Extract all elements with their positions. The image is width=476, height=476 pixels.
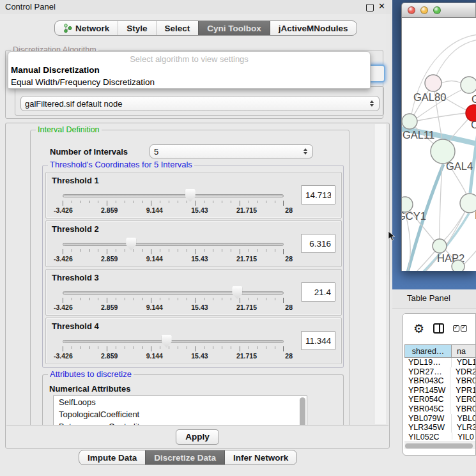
table-row[interactable]: YDR27…YDR2 <box>404 367 476 377</box>
network-node[interactable] <box>460 194 476 213</box>
tab-impute-data[interactable]: Impute Data <box>79 450 145 464</box>
table-row[interactable]: YDL19…YDL1 <box>404 358 476 367</box>
threshold-label: Threshold 3 <box>52 273 99 282</box>
table-row[interactable]: YIL052CYIL0 <box>404 433 476 440</box>
network-edge[interactable] <box>402 251 435 271</box>
slider-thumb[interactable] <box>185 189 196 202</box>
network-edge[interactable] <box>464 248 476 265</box>
apply-button[interactable]: Apply <box>176 429 219 445</box>
control-panel-titlebar[interactable]: Control Panel ✕ <box>0 0 391 14</box>
mac-minimize-button[interactable] <box>420 6 428 14</box>
table-hscrollbar-thumb[interactable] <box>405 443 473 449</box>
tab-style[interactable]: Style <box>118 21 155 35</box>
popup-hint: Select algorithm to view settings <box>8 54 370 64</box>
group-title: Attributes to discretize <box>48 370 134 379</box>
threshold-panel-2: Threshold 2 -3.4262.8599.14415.4321.7152… <box>45 220 342 267</box>
node-label: GA <box>472 93 476 105</box>
settings-scrollview: Interval Definition Number of Intervals … <box>6 123 374 425</box>
attribute-item[interactable]: TopologicalCoefficient <box>54 408 307 420</box>
threshold-value-field[interactable] <box>301 234 335 253</box>
network-canvas[interactable]: GAL80GACGAL11GAL4GCY1HHAP2 <box>401 18 476 271</box>
attribute-item[interactable]: SelfLoops <box>54 396 307 408</box>
num-intervals-combobox[interactable]: 5 <box>150 144 313 158</box>
threshold-value-field[interactable] <box>301 282 335 302</box>
interval-definition-group: Interval Definition Number of Intervals … <box>30 130 349 425</box>
network-node[interactable] <box>452 260 464 271</box>
threshold-value-field[interactable] <box>301 185 335 204</box>
tab-infer-network[interactable]: Infer Network <box>224 450 296 464</box>
table-row[interactable]: YER054CYER0 <box>404 395 476 404</box>
option-manual-discretization[interactable]: Manual Discretization <box>8 64 370 76</box>
network-node[interactable] <box>461 77 476 93</box>
table-row[interactable]: YBL079WYBL0 <box>404 414 476 424</box>
threshold-value-field[interactable] <box>301 331 335 350</box>
network-window-titlebar[interactable] <box>401 3 476 18</box>
numerical-attributes-list[interactable]: SelfLoopsTopologicalCoefficientBetweenne… <box>53 395 307 425</box>
table-panel: ⚙ shared… na YDL19…YDL1YDR27…YDR2YBR043C… <box>403 313 476 456</box>
checkbox-icon[interactable] <box>453 325 459 332</box>
slider-track[interactable] <box>63 340 284 343</box>
slider-track[interactable] <box>63 194 284 197</box>
table-header: shared… na <box>404 344 476 358</box>
threshold-label: Threshold 4 <box>52 321 99 331</box>
table-hscrollbar[interactable] <box>404 441 475 449</box>
list-scrollbar[interactable] <box>300 397 305 425</box>
tab-discretize-data[interactable]: Discretize Data <box>145 450 224 464</box>
group-title: Threshold's Coordinates for 5 Intervals <box>48 160 194 169</box>
panel-title: Table Panel <box>407 293 450 303</box>
slider-track[interactable] <box>63 291 284 295</box>
thresholds-group: Threshold's Coordinates for 5 Intervals … <box>42 165 344 368</box>
network-edge[interactable] <box>441 81 461 83</box>
attribute-item[interactable]: BetweennessCentrality <box>54 420 307 425</box>
numerical-attributes-label: Numerical Attributes <box>49 384 130 394</box>
attributes-group: Attributes to discretize Numerical Attri… <box>42 374 344 425</box>
threshold-slider[interactable]: -3.4262.8599.14415.4321.71528 <box>63 235 284 265</box>
right-column: GAL80GACGAL11GAL4GCY1HHAP2 Table Panel ⚙… <box>391 0 476 476</box>
checkbox-icon[interactable] <box>461 325 467 332</box>
settings-scrollbar-track[interactable] <box>374 124 386 424</box>
node-label: C <box>471 119 476 130</box>
spinner-icon <box>302 148 309 155</box>
tab-jactivemnodules[interactable]: jActiveMNodules <box>270 21 357 35</box>
network-window: GAL80GACGAL11GAL4GCY1HHAP2 <box>401 3 476 271</box>
column-header-name[interactable]: na <box>452 344 476 358</box>
network-edge[interactable] <box>417 113 466 121</box>
slider-track[interactable] <box>63 243 284 246</box>
slider-thumb[interactable] <box>126 238 136 250</box>
tab-cyni-toolbox[interactable]: Cyni Toolbox <box>198 21 270 35</box>
table-row[interactable]: YBR043CYBR0 <box>404 376 476 386</box>
tab-network[interactable]: Network <box>55 21 118 35</box>
table-row[interactable]: YLR345WYLR3 <box>404 423 476 433</box>
node-label: GAL80 <box>413 91 446 103</box>
network-node[interactable] <box>433 239 447 253</box>
slider-thumb[interactable] <box>232 286 242 299</box>
option-equal-width-frequency[interactable]: Equal Width/Frequency Discretization <box>8 76 370 88</box>
network-node[interactable] <box>425 75 441 91</box>
network-node[interactable] <box>402 114 417 129</box>
slider-thumb[interactable] <box>162 335 172 348</box>
top-tab-bar: Network Style Select Cyni Toolbox jActiv… <box>54 20 357 36</box>
control-panel: Control Panel ✕ Network Style Select Cyn… <box>0 0 391 476</box>
threshold-slider[interactable]: -3.4262.8599.14415.4321.71528 <box>63 187 284 216</box>
panel-title: Control Panel <box>5 2 56 12</box>
threshold-slider[interactable]: -3.4262.8599.14415.4321.71528 <box>63 284 284 313</box>
node-label: GAL11 <box>403 129 434 141</box>
network-edge[interactable] <box>470 125 476 193</box>
table-panel-titlebar[interactable]: Table Panel <box>392 289 476 309</box>
float-window-icon[interactable] <box>366 4 374 12</box>
threshold-label: Threshold 2 <box>52 224 99 234</box>
threshold-stack: Threshold 1 -3.4262.8599.14415.4321.7152… <box>45 172 342 364</box>
gear-icon[interactable]: ⚙ <box>413 323 424 335</box>
close-icon[interactable]: ✕ <box>378 1 385 11</box>
mouse-cursor <box>388 231 395 242</box>
column-header-shared-name[interactable]: shared… <box>404 344 452 358</box>
mac-close-button[interactable] <box>408 6 415 14</box>
tab-select[interactable]: Select <box>156 21 199 35</box>
split-view-icon[interactable] <box>433 323 444 334</box>
table-row[interactable]: YBR045CYBR0 <box>404 404 476 414</box>
mac-zoom-button[interactable] <box>433 6 441 14</box>
network-edge[interactable] <box>436 40 476 75</box>
table-data-combobox[interactable]: galFiltered.sif default node <box>20 96 380 111</box>
table-row[interactable]: YPR145WYPR1 <box>404 386 476 395</box>
threshold-slider[interactable]: -3.4262.8599.14415.4321.71528 <box>63 332 284 362</box>
